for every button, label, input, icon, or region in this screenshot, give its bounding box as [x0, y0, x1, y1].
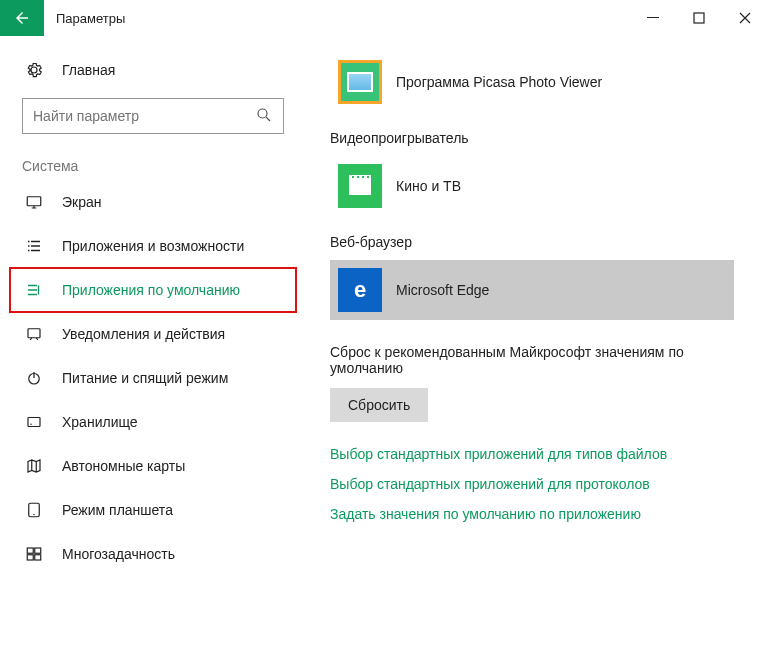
svg-rect-11: [35, 548, 41, 553]
minimize-button[interactable]: [630, 0, 676, 36]
app-name: Microsoft Edge: [396, 282, 489, 298]
link-protocols[interactable]: Выбор стандартных приложений для протоко…: [330, 476, 734, 492]
reset-description: Сброс к рекомендованным Майкрософт значе…: [330, 344, 734, 376]
list-icon: [22, 237, 46, 255]
sidebar-home[interactable]: Главная: [0, 48, 306, 92]
close-icon: [739, 12, 751, 24]
back-button[interactable]: [0, 0, 44, 36]
sidebar-item-label: Хранилище: [62, 414, 138, 430]
link-by-app[interactable]: Задать значения по умолчанию по приложен…: [330, 506, 734, 522]
sidebar-item-display[interactable]: Экран: [0, 180, 306, 224]
sidebar-item-label: Приложения по умолчанию: [62, 282, 240, 298]
svg-rect-17: [357, 176, 359, 178]
window-title: Параметры: [44, 0, 630, 36]
defaults-icon: [22, 281, 46, 299]
sidebar: Главная Система Экран Приложения и возмо…: [0, 36, 306, 666]
search-input[interactable]: [33, 108, 255, 124]
svg-rect-19: [367, 176, 369, 178]
svg-rect-3: [27, 197, 41, 206]
picasa-icon: [338, 60, 382, 104]
svg-rect-16: [352, 176, 354, 178]
sidebar-item-notifications[interactable]: Уведомления и действия: [0, 312, 306, 356]
sidebar-item-apps-features[interactable]: Приложения и возможности: [0, 224, 306, 268]
svg-point-2: [258, 109, 267, 118]
sidebar-item-tablet-mode[interactable]: Режим планшета: [0, 488, 306, 532]
search-icon: [255, 106, 273, 127]
movies-tv-icon: [338, 164, 382, 208]
app-name: Кино и ТВ: [396, 178, 461, 194]
sidebar-item-power[interactable]: Питание и спящий режим: [0, 356, 306, 400]
link-file-types[interactable]: Выбор стандартных приложений для типов ф…: [330, 446, 734, 462]
sidebar-item-label: Многозадачность: [62, 546, 175, 562]
tablet-icon: [22, 501, 46, 519]
svg-rect-14: [349, 179, 371, 195]
map-icon: [22, 457, 46, 475]
sidebar-home-label: Главная: [62, 62, 115, 78]
svg-rect-18: [362, 176, 364, 178]
storage-icon: [22, 413, 46, 431]
search-field[interactable]: [22, 98, 284, 134]
sidebar-item-multitasking[interactable]: Многозадачность: [0, 532, 306, 576]
close-button[interactable]: [722, 0, 768, 36]
maximize-button[interactable]: [676, 0, 722, 36]
svg-point-9: [33, 514, 35, 516]
sidebar-item-storage[interactable]: Хранилище: [0, 400, 306, 444]
svg-rect-6: [28, 418, 40, 427]
section-web-browser: Веб-браузер: [330, 234, 734, 250]
sidebar-item-label: Уведомления и действия: [62, 326, 225, 342]
edge-icon: e: [338, 268, 382, 312]
multitasking-icon: [22, 545, 46, 563]
sidebar-item-label: Приложения и возможности: [62, 238, 244, 254]
svg-rect-10: [27, 548, 33, 553]
svg-rect-4: [28, 329, 40, 338]
power-icon: [22, 369, 46, 387]
maximize-icon: [693, 12, 705, 24]
default-photo-app[interactable]: Программа Picasa Photo Viewer: [330, 52, 734, 112]
arrow-left-icon: [13, 9, 31, 27]
svg-rect-12: [27, 555, 33, 560]
display-icon: [22, 193, 46, 211]
sidebar-item-label: Автономные карты: [62, 458, 185, 474]
sidebar-item-label: Режим планшета: [62, 502, 173, 518]
gear-icon: [22, 61, 46, 79]
svg-rect-0: [647, 17, 659, 18]
sidebar-item-default-apps[interactable]: Приложения по умолчанию: [10, 268, 296, 312]
sidebar-section-label: Система: [0, 144, 306, 180]
app-name: Программа Picasa Photo Viewer: [396, 74, 602, 90]
main-panel: Программа Picasa Photo Viewer Видеопроиг…: [306, 36, 768, 666]
section-video-player: Видеопроигрыватель: [330, 130, 734, 146]
sidebar-item-label: Питание и спящий режим: [62, 370, 228, 386]
svg-point-7: [30, 424, 32, 426]
notifications-icon: [22, 325, 46, 343]
sidebar-item-offline-maps[interactable]: Автономные карты: [0, 444, 306, 488]
default-browser-app[interactable]: e Microsoft Edge: [330, 260, 734, 320]
sidebar-item-label: Экран: [62, 194, 102, 210]
titlebar: Параметры: [0, 0, 768, 36]
reset-button[interactable]: Сбросить: [330, 388, 428, 422]
minimize-icon: [647, 12, 659, 24]
default-video-app[interactable]: Кино и ТВ: [330, 156, 734, 216]
svg-rect-13: [35, 555, 41, 560]
svg-rect-1: [694, 13, 704, 23]
